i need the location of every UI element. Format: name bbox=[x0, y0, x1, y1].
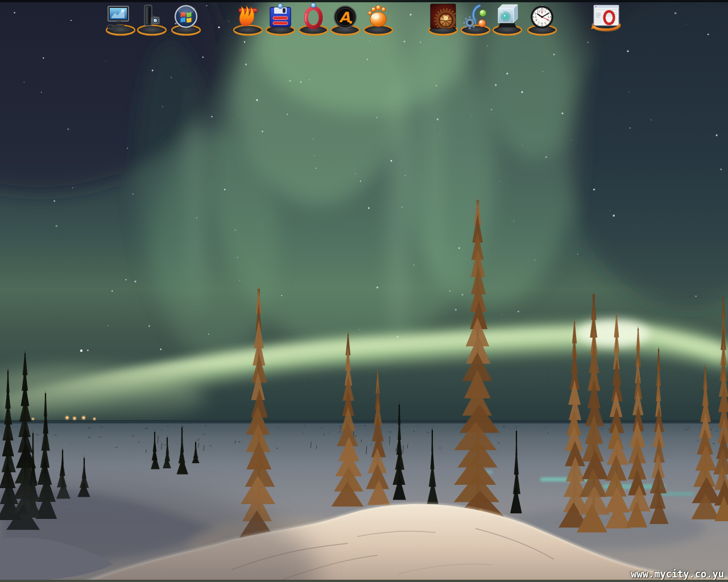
computer-monitor-icon[interactable] bbox=[104, 1, 137, 38]
svg-text:6: 6 bbox=[541, 22, 543, 25]
svg-text:5: 5 bbox=[544, 22, 546, 24]
gear-emblem-game-icon[interactable] bbox=[427, 1, 460, 38]
opera-browser-window-icon[interactable] bbox=[590, 1, 623, 38]
dock: A121234567891011 bbox=[0, 0, 728, 40]
top-edge-strip bbox=[0, 0, 728, 2]
svg-text:3: 3 bbox=[548, 16, 549, 19]
svg-text:9: 9 bbox=[535, 16, 536, 19]
wallpaper-scene bbox=[0, 0, 728, 582]
svg-text:7: 7 bbox=[538, 22, 540, 24]
analog-clock-icon[interactable]: 121234567891011 bbox=[526, 1, 559, 38]
floppy-save-icon[interactable] bbox=[264, 1, 297, 38]
flame-icon[interactable] bbox=[231, 1, 264, 38]
windows-orb-icon[interactable] bbox=[169, 1, 202, 38]
media-device-camera-icon[interactable] bbox=[135, 1, 168, 38]
gears-spheres-utility-icon[interactable] bbox=[459, 1, 492, 38]
watermark: www.mycity.co.yu bbox=[631, 568, 724, 580]
desktop: A121234567891011 www.mycity.co.yu bbox=[0, 0, 728, 582]
svg-text:A: A bbox=[339, 9, 350, 26]
red-ring-icon[interactable] bbox=[297, 1, 330, 38]
gnome-foot-icon[interactable] bbox=[362, 1, 395, 38]
ice-cube-icon[interactable] bbox=[491, 1, 524, 38]
bottom-edge-strip bbox=[0, 580, 728, 582]
aimp-player-icon[interactable]: A bbox=[329, 1, 362, 38]
svg-text:1: 1 bbox=[544, 10, 546, 13]
svg-text:8: 8 bbox=[536, 19, 537, 22]
svg-text:11: 11 bbox=[537, 10, 540, 13]
